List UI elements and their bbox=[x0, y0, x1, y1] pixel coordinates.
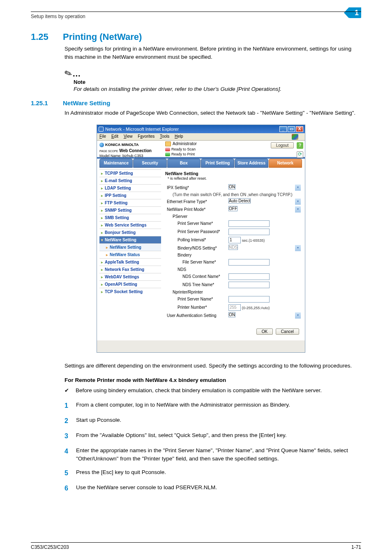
select-mode[interactable]: OFF▾ bbox=[228, 206, 238, 211]
sidebar-item-netfax[interactable]: Network Fax Setting bbox=[99, 266, 161, 273]
refresh-button[interactable] bbox=[297, 151, 303, 158]
select-ipx[interactable]: ON▾ bbox=[228, 184, 235, 190]
chevron-down-icon: ▾ bbox=[295, 199, 301, 205]
footer-page: 1-71 bbox=[351, 544, 361, 550]
note-label: Note bbox=[74, 79, 361, 85]
help-button[interactable]: ? bbox=[297, 142, 303, 149]
tab-security[interactable]: Security bbox=[133, 159, 166, 168]
label-nrp: Nprinter/Rprinter bbox=[165, 289, 302, 295]
brand-name: KONICA MINOLTA bbox=[105, 142, 139, 147]
maximize-button[interactable]: ▭ bbox=[288, 126, 295, 132]
chapter-badge: 1 bbox=[349, 7, 361, 18]
sidebar-item-ipp[interactable]: IPP Setting bbox=[99, 192, 161, 199]
settings-panel: NetWare Setting * is reflected after res… bbox=[161, 169, 302, 336]
km-globe-icon bbox=[99, 143, 104, 147]
close-button[interactable]: X bbox=[296, 126, 303, 132]
step-4: 4Enter the appropriate names in the "Pri… bbox=[65, 446, 361, 462]
prnum-hint: (0-255,255:Auto) bbox=[242, 305, 270, 310]
menu-file[interactable]: File bbox=[99, 134, 106, 139]
label-mode: NetWare Print Mode* bbox=[165, 206, 227, 213]
label-psname2: Print Server Name* bbox=[165, 295, 227, 303]
print-led-icon bbox=[165, 153, 170, 156]
section-number: 1.25 bbox=[31, 32, 63, 42]
sidebar-item-email[interactable]: E-mail Setting bbox=[99, 177, 161, 184]
sidebar-item-webdav[interactable]: WebDAV Settings bbox=[99, 273, 161, 280]
label-psname: Print Server Name* bbox=[165, 220, 227, 228]
chevron-down-icon: ▾ bbox=[295, 245, 301, 251]
minimize-button[interactable]: _ bbox=[279, 126, 287, 132]
sidebar-item-appletalk[interactable]: AppleTalk Setting bbox=[99, 258, 161, 266]
subsection-title: NetWare Setting bbox=[63, 99, 110, 106]
step-3: 3From the "Available Options" list, sele… bbox=[65, 431, 361, 441]
select-frame[interactable]: Auto Detect▾ bbox=[228, 198, 251, 204]
pagescope-name: Web Connection bbox=[119, 148, 152, 153]
cancel-button[interactable]: Cancel bbox=[276, 328, 299, 335]
sidebar-item-smb[interactable]: SMB Setting bbox=[99, 214, 161, 221]
check-icon: ✔ bbox=[65, 387, 69, 393]
label-ndstree: NDS Tree Name* bbox=[165, 281, 227, 289]
input-psname[interactable] bbox=[228, 220, 270, 227]
sidebar-item-netware-status[interactable]: NetWare Status bbox=[99, 251, 161, 258]
label-ipx: IPX Setting* bbox=[165, 184, 227, 192]
tab-print-setting[interactable]: Print Setting bbox=[201, 159, 234, 168]
scan-led-icon bbox=[165, 148, 170, 151]
menu-favorites[interactable]: Favorites bbox=[138, 134, 154, 139]
step-1: 1From a client computer, log in to NetWa… bbox=[65, 401, 361, 410]
label-uauth: User Authentication Setting bbox=[165, 312, 227, 319]
tab-store-address[interactable]: Store Address bbox=[235, 159, 268, 168]
model-name: Model Name: bizhub C353 bbox=[99, 154, 159, 158]
tab-box[interactable]: Box bbox=[167, 159, 201, 168]
select-uauth[interactable]: ON▾ bbox=[228, 312, 235, 317]
menu-bar: File Edit View Favorites Tools Help bbox=[97, 133, 305, 141]
sidebar-item-bonjour[interactable]: Bonjour Setting bbox=[99, 229, 161, 236]
menu-edit[interactable]: Edit bbox=[111, 134, 118, 139]
label-nds: NDS bbox=[165, 266, 302, 273]
mode-label: Administrator bbox=[173, 141, 197, 146]
chevron-down-icon: ▾ bbox=[295, 185, 301, 191]
menu-view[interactable]: View bbox=[124, 134, 133, 139]
ok-button[interactable]: OK bbox=[256, 328, 273, 335]
logout-button[interactable]: Logout bbox=[271, 142, 294, 148]
step-2: 2Start up Pconsole. bbox=[65, 416, 361, 426]
section-heading: 1.25Printing (NetWare) bbox=[31, 32, 361, 42]
tab-network[interactable]: Network bbox=[269, 159, 302, 168]
step-5: 5Press the [Esc] key to quit Pconsole. bbox=[65, 468, 361, 478]
sidebar-item-tcpsocket[interactable]: TCP Socket Setting bbox=[99, 288, 161, 295]
label-poll: Polling Interval* bbox=[165, 236, 227, 244]
subsection-para: In Administrator mode of PageScope Web C… bbox=[65, 109, 361, 117]
chevron-down-icon: ▾ bbox=[295, 312, 301, 319]
procedure-heading: For Remote Printer mode with NetWare 4.x… bbox=[65, 377, 361, 383]
menu-tools[interactable]: Tools bbox=[160, 134, 169, 139]
sidebar: TCP/IP Setting E-mail Setting LDAP Setti… bbox=[99, 169, 161, 336]
input-poll[interactable] bbox=[228, 237, 241, 243]
sidebar-item-openapi[interactable]: OpenAPI Setting bbox=[99, 280, 161, 288]
label-pserver: PServer bbox=[165, 213, 302, 220]
sidebar-item-ldap[interactable]: LDAP Setting bbox=[99, 184, 161, 192]
sidebar-item-netware[interactable]: NetWare Setting bbox=[99, 236, 161, 243]
window-titlebar: Network - Microsoft Internet Explorer _ … bbox=[97, 125, 305, 133]
input-prnum[interactable] bbox=[228, 304, 241, 311]
input-psname2[interactable] bbox=[228, 296, 270, 303]
select-bnds[interactable]: NDS▾ bbox=[228, 245, 238, 250]
window-buttons: _ ▭ X bbox=[279, 126, 303, 132]
sidebar-item-snmp[interactable]: SNMP Setting bbox=[99, 206, 161, 214]
input-ndsctx[interactable] bbox=[228, 273, 270, 280]
tab-maintenance[interactable]: Maintenance bbox=[99, 159, 133, 168]
panel-reset-note: * is reflected after reset. bbox=[168, 176, 302, 180]
input-ndstree[interactable] bbox=[228, 282, 270, 288]
sidebar-item-netware-setting[interactable]: NetWare Setting bbox=[99, 243, 161, 251]
sidebar-item-ftp[interactable]: FTP Setting bbox=[99, 199, 161, 206]
label-prnum: Printer Number* bbox=[165, 303, 227, 312]
input-fsname[interactable] bbox=[228, 259, 270, 266]
ie-flag-icon bbox=[292, 134, 298, 140]
label-bindery: Bindery bbox=[165, 252, 302, 258]
chevron-down-icon: ▾ bbox=[295, 206, 301, 213]
note-hand-icon: ✎ bbox=[63, 67, 74, 80]
ipx-hint: (Turn the main switch OFF, and then ON ,… bbox=[165, 192, 302, 198]
sidebar-item-webservice[interactable]: Web Service Settings bbox=[99, 221, 161, 229]
input-pspass[interactable] bbox=[228, 229, 270, 235]
sidebar-item-tcpip[interactable]: TCP/IP Setting bbox=[99, 169, 161, 177]
header-rule bbox=[31, 12, 361, 12]
menu-help[interactable]: Help bbox=[175, 134, 183, 139]
administrator-icon bbox=[165, 141, 171, 146]
